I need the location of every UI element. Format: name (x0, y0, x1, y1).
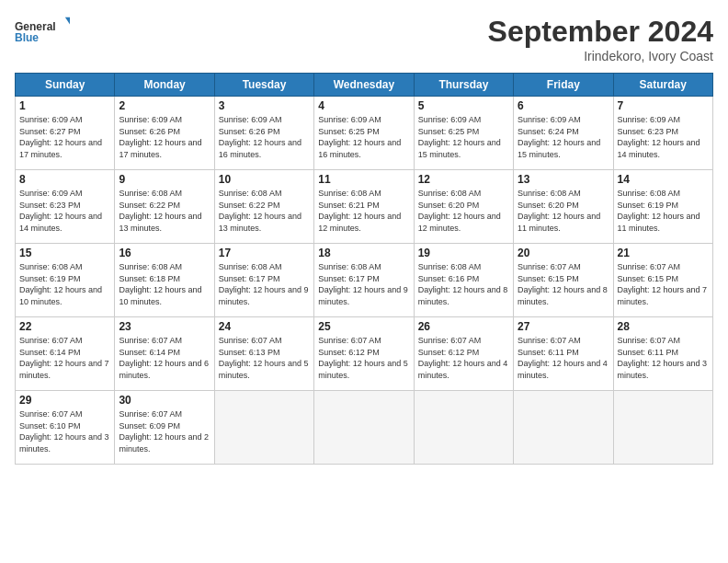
daylight-label: Daylight: 12 hours and 5 minutes. (219, 359, 309, 380)
sunset-label: Sunset: 6:17 PM (318, 274, 380, 283)
day-info: Sunrise: 6:09 AM Sunset: 6:26 PM Dayligh… (119, 114, 210, 160)
sunset-label: Sunset: 6:19 PM (618, 201, 679, 210)
day-number: 20 (518, 247, 609, 259)
day-info: Sunrise: 6:08 AM Sunset: 6:19 PM Dayligh… (19, 261, 110, 307)
day-number: 14 (618, 173, 709, 186)
sunrise-label: Sunrise: 6:08 AM (618, 189, 681, 198)
sunset-label: Sunset: 6:22 PM (219, 201, 280, 210)
sunset-label: Sunset: 6:11 PM (618, 348, 679, 357)
day-number: 13 (518, 173, 609, 186)
table-row: 21 Sunrise: 6:07 AM Sunset: 6:15 PM Dayl… (613, 244, 712, 317)
day-info: Sunrise: 6:07 AM Sunset: 6:11 PM Dayligh… (618, 335, 709, 381)
day-info: Sunrise: 6:07 AM Sunset: 6:10 PM Dayligh… (19, 408, 110, 454)
day-info: Sunrise: 6:09 AM Sunset: 6:25 PM Dayligh… (418, 114, 509, 160)
day-info: Sunrise: 6:09 AM Sunset: 6:24 PM Dayligh… (518, 114, 609, 160)
day-number: 23 (119, 320, 210, 333)
day-number: 1 (19, 99, 110, 112)
daylight-label: Daylight: 12 hours and 9 minutes. (219, 285, 309, 306)
col-saturday: Saturday (613, 74, 712, 97)
sunrise-label: Sunrise: 6:07 AM (19, 336, 83, 345)
day-number: 9 (119, 173, 210, 186)
daylight-label: Daylight: 12 hours and 13 minutes. (219, 212, 301, 233)
day-info: Sunrise: 6:08 AM Sunset: 6:18 PM Dayligh… (119, 261, 210, 307)
table-row: 16 Sunrise: 6:08 AM Sunset: 6:18 PM Dayl… (115, 244, 214, 317)
sunset-label: Sunset: 6:17 PM (219, 274, 280, 283)
sunrise-label: Sunrise: 6:09 AM (418, 115, 482, 124)
sunset-label: Sunset: 6:25 PM (318, 127, 380, 136)
table-row: 19 Sunrise: 6:08 AM Sunset: 6:16 PM Dayl… (414, 244, 513, 317)
table-row (514, 391, 613, 465)
sunset-label: Sunset: 6:15 PM (618, 274, 679, 283)
day-number: 17 (219, 247, 310, 259)
calendar-header-row: Sunday Monday Tuesday Wednesday Thursday… (16, 74, 713, 97)
day-info: Sunrise: 6:09 AM Sunset: 6:23 PM Dayligh… (19, 188, 110, 234)
day-number: 25 (318, 320, 409, 333)
day-number: 26 (418, 320, 509, 333)
daylight-label: Daylight: 12 hours and 15 minutes. (518, 138, 600, 159)
day-info: Sunrise: 6:07 AM Sunset: 6:14 PM Dayligh… (19, 335, 110, 381)
day-number: 28 (618, 320, 709, 333)
sunrise-label: Sunrise: 6:08 AM (219, 189, 282, 198)
sunrise-label: Sunrise: 6:07 AM (618, 262, 681, 271)
sunrise-label: Sunrise: 6:08 AM (418, 189, 482, 198)
day-info: Sunrise: 6:08 AM Sunset: 6:20 PM Dayligh… (518, 188, 609, 234)
daylight-label: Daylight: 12 hours and 13 minutes. (119, 212, 201, 233)
sunrise-label: Sunrise: 6:09 AM (19, 189, 83, 198)
svg-text:Blue: Blue (15, 31, 39, 44)
day-number: 22 (19, 320, 110, 333)
sunset-label: Sunset: 6:12 PM (418, 348, 480, 357)
sunrise-label: Sunrise: 6:08 AM (219, 262, 282, 271)
sunset-label: Sunset: 6:20 PM (518, 201, 579, 210)
sunrise-label: Sunrise: 6:07 AM (19, 409, 83, 419)
sunrise-label: Sunrise: 6:07 AM (418, 336, 482, 345)
table-row: 9 Sunrise: 6:08 AM Sunset: 6:22 PM Dayli… (115, 170, 214, 244)
day-number: 11 (318, 173, 409, 186)
sunrise-label: Sunrise: 6:09 AM (119, 115, 182, 124)
table-row: 10 Sunrise: 6:08 AM Sunset: 6:22 PM Dayl… (214, 170, 313, 244)
sunrise-label: Sunrise: 6:07 AM (518, 336, 581, 345)
sunrise-label: Sunrise: 6:09 AM (219, 115, 282, 124)
day-number: 8 (19, 173, 110, 186)
calendar-week-row: 1 Sunrise: 6:09 AM Sunset: 6:27 PM Dayli… (16, 97, 713, 170)
sunset-label: Sunset: 6:23 PM (19, 201, 81, 210)
table-row: 27 Sunrise: 6:07 AM Sunset: 6:11 PM Dayl… (514, 317, 613, 391)
daylight-label: Daylight: 12 hours and 15 minutes. (418, 138, 501, 159)
day-info: Sunrise: 6:08 AM Sunset: 6:21 PM Dayligh… (318, 188, 409, 234)
table-row: 4 Sunrise: 6:09 AM Sunset: 6:25 PM Dayli… (314, 97, 414, 170)
sunset-label: Sunset: 6:24 PM (518, 127, 579, 136)
day-info: Sunrise: 6:07 AM Sunset: 6:12 PM Dayligh… (318, 335, 409, 381)
sunset-label: Sunset: 6:22 PM (119, 201, 180, 210)
day-info: Sunrise: 6:09 AM Sunset: 6:25 PM Dayligh… (318, 114, 409, 160)
table-row: 12 Sunrise: 6:08 AM Sunset: 6:20 PM Dayl… (414, 170, 513, 244)
table-row: 20 Sunrise: 6:07 AM Sunset: 6:15 PM Dayl… (514, 244, 613, 317)
sunset-label: Sunset: 6:09 PM (119, 421, 180, 431)
sunrise-label: Sunrise: 6:09 AM (618, 115, 681, 124)
day-number: 5 (418, 99, 509, 112)
day-number: 27 (518, 320, 609, 333)
sunrise-label: Sunrise: 6:08 AM (418, 262, 482, 271)
day-number: 4 (318, 99, 409, 112)
table-row: 22 Sunrise: 6:07 AM Sunset: 6:14 PM Dayl… (16, 317, 115, 391)
day-info: Sunrise: 6:09 AM Sunset: 6:27 PM Dayligh… (19, 114, 110, 160)
daylight-label: Daylight: 12 hours and 7 minutes. (618, 285, 708, 306)
sunrise-label: Sunrise: 6:08 AM (119, 262, 182, 271)
daylight-label: Daylight: 12 hours and 14 minutes. (19, 212, 102, 233)
daylight-label: Daylight: 12 hours and 17 minutes. (19, 138, 102, 159)
daylight-label: Daylight: 12 hours and 4 minutes. (518, 359, 608, 380)
day-number: 12 (418, 173, 509, 186)
sunrise-label: Sunrise: 6:09 AM (318, 115, 381, 124)
table-row: 2 Sunrise: 6:09 AM Sunset: 6:26 PM Dayli… (115, 97, 214, 170)
col-sunday: Sunday (16, 74, 115, 97)
page: General Blue September 2024 Irindekoro, … (0, 0, 728, 563)
daylight-label: Daylight: 12 hours and 14 minutes. (618, 138, 700, 159)
daylight-label: Daylight: 12 hours and 8 minutes. (518, 285, 608, 306)
daylight-label: Daylight: 12 hours and 12 minutes. (318, 212, 401, 233)
day-number: 24 (219, 320, 310, 333)
table-row: 7 Sunrise: 6:09 AM Sunset: 6:23 PM Dayli… (613, 97, 712, 170)
table-row: 8 Sunrise: 6:09 AM Sunset: 6:23 PM Dayli… (16, 170, 115, 244)
day-number: 18 (318, 247, 409, 259)
table-row: 23 Sunrise: 6:07 AM Sunset: 6:14 PM Dayl… (115, 317, 214, 391)
daylight-label: Daylight: 12 hours and 8 minutes. (418, 285, 508, 306)
day-info: Sunrise: 6:07 AM Sunset: 6:15 PM Dayligh… (518, 261, 609, 307)
calendar-week-row: 8 Sunrise: 6:09 AM Sunset: 6:23 PM Dayli… (16, 170, 713, 244)
